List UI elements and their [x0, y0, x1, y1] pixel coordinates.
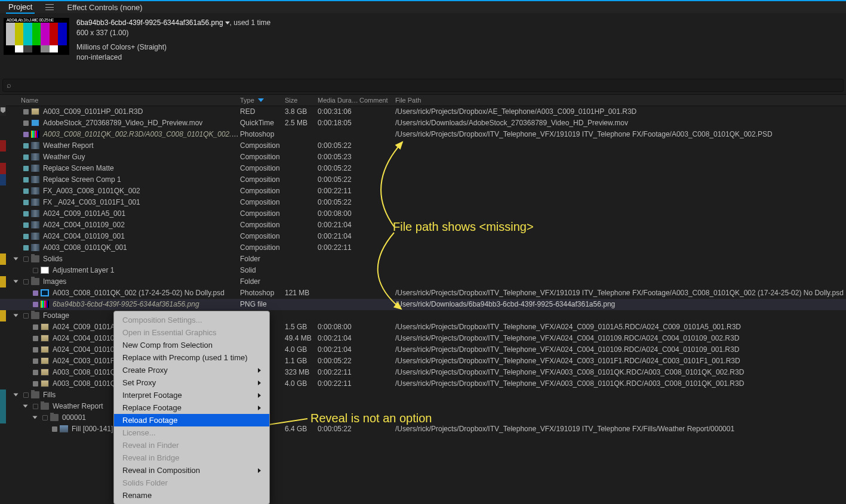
label-swatch[interactable]: [23, 234, 29, 239]
table-row[interactable]: A024_C004_010109_002Composition0:00:21:0…: [0, 219, 846, 231]
label-swatch[interactable]: [23, 279, 29, 285]
item-name: Replace Screen Matte: [42, 164, 114, 172]
label-swatch[interactable]: [33, 381, 38, 386]
label-swatch[interactable]: [33, 290, 38, 296]
item-name: Solids: [42, 255, 63, 263]
menu-item[interactable]: Replace Footage: [114, 401, 269, 414]
item-duration: 0:00:08:00: [318, 323, 359, 331]
context-menu: Composition Settings...Open in Essential…: [113, 311, 270, 504]
disclosure-icon[interactable]: [13, 258, 18, 261]
label-swatch[interactable]: [23, 132, 29, 137]
table-row[interactable]: SolidsFolder: [0, 253, 846, 265]
item-name: 000001: [61, 413, 86, 422]
label-swatch[interactable]: [23, 256, 29, 262]
item-name: A003_C008_0101QK_001: [42, 243, 127, 252]
folder-icon: [50, 414, 59, 421]
col-type[interactable]: Type: [240, 97, 285, 104]
label-swatch[interactable]: [23, 313, 29, 319]
item-name: FX _A024_C003_0101F1_001: [42, 198, 140, 206]
menu-item[interactable]: Set Proxy: [114, 376, 269, 389]
item-path: /Users/rick/Projects/Dropbox/ITV_Telepho…: [395, 379, 846, 388]
tab-effect-controls[interactable]: Effect Controls (none): [64, 2, 144, 13]
table-row[interactable]: 6ba94bb3-6cbd-439f-9925-6344af361a56.png…: [0, 299, 846, 310]
table-row[interactable]: Replace Screen MatteComposition0:00:05:2…: [0, 163, 846, 174]
disclosure-icon[interactable]: [32, 416, 37, 419]
label-swatch[interactable]: [23, 245, 29, 251]
label-swatch[interactable]: [23, 154, 29, 160]
item-size: 2.5 MB: [285, 119, 318, 127]
label-swatch[interactable]: [23, 109, 29, 115]
table-row[interactable]: FX _A024_C003_0101F1_001Composition0:00:…: [0, 197, 846, 208]
table-row[interactable]: A024_C009_0101A5_001Composition0:00:08:0…: [0, 208, 846, 219]
comp-icon: [31, 221, 39, 228]
label-swatch[interactable]: [33, 268, 38, 273]
tab-project[interactable]: Project: [6, 1, 35, 14]
label-swatch[interactable]: [23, 177, 29, 183]
item-size: 6.4 GB: [285, 425, 318, 433]
label-swatch[interactable]: [23, 222, 29, 228]
panel-menu-icon[interactable]: [45, 4, 54, 10]
col-size[interactable]: Size: [285, 97, 318, 104]
menu-item[interactable]: Reveal in Composition: [114, 464, 269, 477]
item-duration: 0:00:05:22: [318, 198, 359, 206]
label-swatch[interactable]: [33, 358, 38, 364]
comp-icon: [31, 142, 39, 149]
menu-item[interactable]: Create Proxy: [114, 364, 269, 376]
label-swatch[interactable]: [23, 143, 29, 149]
col-name[interactable]: Name: [21, 97, 240, 104]
search-icon: ⌕: [7, 81, 11, 89]
table-row[interactable]: Adjustment Layer 1Solid: [0, 265, 846, 276]
table-row[interactable]: A024_C004_010109_001Composition0:00:21:0…: [0, 231, 846, 242]
label-swatch[interactable]: [23, 211, 29, 217]
table-row[interactable]: Weather ReportComposition0:00:05:22: [0, 140, 846, 151]
comp-icon: [31, 233, 39, 240]
label-swatch[interactable]: [23, 188, 29, 194]
table-row[interactable]: Weather GuyComposition0:00:05:23: [0, 151, 846, 163]
table-row[interactable]: A003_C008_0101QK_002 (17-24-25-02) No Do…: [0, 287, 846, 299]
item-type: Composition: [240, 141, 285, 150]
menu-item[interactable]: Replace with Precomp (used 1 time): [114, 351, 269, 364]
col-comment[interactable]: Comment: [359, 97, 395, 104]
search-input[interactable]: ⌕: [2, 79, 844, 92]
item-size: 4.0 GB: [285, 379, 318, 388]
label-swatch[interactable]: [23, 200, 29, 205]
menu-item: License...: [114, 426, 269, 439]
menu-item[interactable]: Interpret Footage: [114, 389, 269, 401]
label-swatch[interactable]: [23, 392, 29, 398]
item-name: Weather Report: [51, 402, 103, 410]
menu-item[interactable]: Reload Footage: [114, 414, 269, 426]
disclosure-icon[interactable]: [13, 280, 18, 283]
table-row[interactable]: Replace Screen Comp 1Composition0:00:05:…: [0, 174, 846, 185]
table-row[interactable]: A003_C008_0101QK_001Composition0:00:22:1…: [0, 242, 846, 253]
item-name: A024_C004_010109_001: [42, 232, 125, 240]
label-swatch[interactable]: [33, 336, 38, 341]
folder-icon: [31, 391, 39, 398]
label-swatch[interactable]: [42, 415, 48, 420]
item-type: Composition: [240, 164, 285, 172]
label-swatch[interactable]: [33, 324, 38, 330]
table-row[interactable]: ImagesFolder: [0, 276, 846, 287]
label-swatch[interactable]: [23, 120, 29, 126]
disclosure-icon[interactable]: [23, 405, 27, 408]
table-row[interactable]: AdobeStock_270368789_Video_HD_Preview.mo…: [0, 118, 846, 129]
label-swatch[interactable]: [33, 302, 38, 307]
menu-item[interactable]: Rename: [114, 489, 269, 502]
label-swatch[interactable]: [23, 166, 29, 171]
label-swatch[interactable]: [33, 347, 38, 353]
table-row[interactable]: A003_C009_0101HP_001.R3DRED3.8 GB0:00:31…: [0, 106, 846, 118]
disclosure-icon[interactable]: [13, 394, 18, 397]
solid-icon: [41, 267, 49, 274]
col-file-path[interactable]: File Path: [395, 97, 846, 104]
chevron-down-icon[interactable]: [225, 21, 230, 24]
disclosure-icon[interactable]: [13, 314, 18, 317]
label-swatch[interactable]: [33, 370, 38, 375]
table-row[interactable]: A003_C008_0101QK_002.R3D/A003_C008_0101Q…: [0, 129, 846, 140]
label-swatch[interactable]: [52, 426, 57, 432]
label-swatch[interactable]: [33, 404, 38, 409]
col-media-duration[interactable]: Media Duration: [318, 97, 359, 104]
table-row[interactable]: FX_A003_C008_0101QK_002Composition0:00:2…: [0, 185, 846, 197]
item-duration: 0:00:18:05: [318, 119, 359, 127]
item-duration: 0:00:21:04: [318, 334, 359, 342]
menu-item[interactable]: New Comp from Selection: [114, 339, 269, 351]
item-path: /Users/rick/Projects/Dropbox/ITV_Telepho…: [395, 289, 846, 297]
